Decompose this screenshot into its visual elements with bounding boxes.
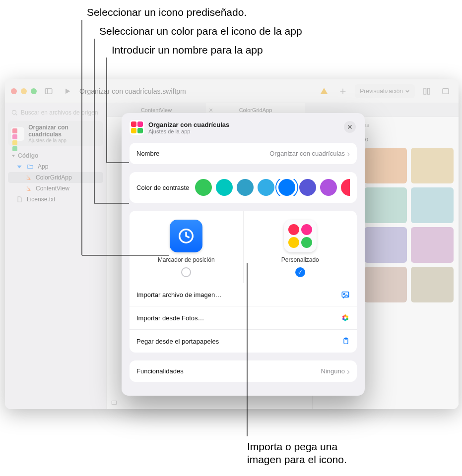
name-card: Nombre Organizar con cuadrículas › (130, 143, 357, 164)
app-settings-sheet: Organizar con cuadrículas Ajustes de la … (122, 113, 365, 396)
placeholder-icon-preview (170, 220, 202, 252)
accent-swatch[interactable] (320, 179, 337, 196)
svg-point-19 (346, 316, 349, 318)
svg-point-21 (344, 319, 347, 321)
svg-text:imagen para el icono.: imagen para el icono. (247, 454, 347, 465)
name-row[interactable]: Nombre Organizar con cuadrículas › (130, 143, 357, 164)
radio-checked-icon[interactable]: ✓ (295, 267, 305, 277)
svg-point-20 (346, 318, 349, 320)
accent-color-card: Color de contraste (130, 172, 357, 203)
svg-point-22 (342, 318, 345, 320)
icon-card: Marcador de posición Personalizado ✓ Imp… (130, 211, 357, 353)
sheet-app-icon (130, 120, 144, 135)
accent-swatch[interactable] (278, 179, 295, 196)
capabilities-row[interactable]: Funcionalidades Ninguno › (130, 360, 357, 382)
close-sheet-button[interactable] (344, 121, 356, 133)
svg-text:Introducir un nombre para la a: Introducir un nombre para la app (112, 44, 263, 56)
sheet-subtitle: Ajustes de la app (148, 128, 229, 134)
accent-swatch[interactable] (341, 179, 350, 196)
image-icon (341, 290, 350, 299)
accent-swatch[interactable] (258, 179, 274, 196)
accent-swatch[interactable] (237, 179, 254, 196)
sheet-title: Organizar con cuadrículas (148, 121, 229, 128)
accent-swatch[interactable] (195, 179, 212, 196)
placeholder-icon-option[interactable]: Marcador de posición (130, 211, 243, 283)
svg-point-23 (342, 316, 345, 318)
photos-icon (341, 313, 350, 322)
custom-icon-preview (284, 220, 317, 252)
accent-swatch[interactable] (216, 179, 233, 196)
clipboard-icon (342, 337, 350, 346)
svg-point-18 (344, 314, 347, 317)
import-photos-row[interactable]: Importar desde Fotos… (130, 306, 357, 329)
clock-icon (176, 226, 196, 246)
svg-point-17 (343, 294, 345, 295)
radio-unchecked-icon[interactable] (181, 267, 191, 277)
svg-text:Importa o pega una: Importa o pega una (247, 441, 337, 452)
paste-clipboard-row[interactable]: Pegar desde el portapapeles (130, 329, 357, 353)
svg-text:Seleccionar un color para el i: Seleccionar un color para el icono de la… (99, 25, 302, 37)
accent-swatch[interactable] (299, 179, 316, 196)
svg-text:Seleccionar un icono prediseña: Seleccionar un icono prediseñado. (87, 6, 247, 18)
import-image-row[interactable]: Importar archivo de imagen… (130, 283, 357, 306)
custom-icon-option[interactable]: Personalizado ✓ (243, 211, 357, 283)
capabilities-card: Funcionalidades Ninguno › (130, 360, 357, 382)
close-icon (347, 124, 353, 130)
accent-color-picker[interactable] (195, 179, 350, 196)
